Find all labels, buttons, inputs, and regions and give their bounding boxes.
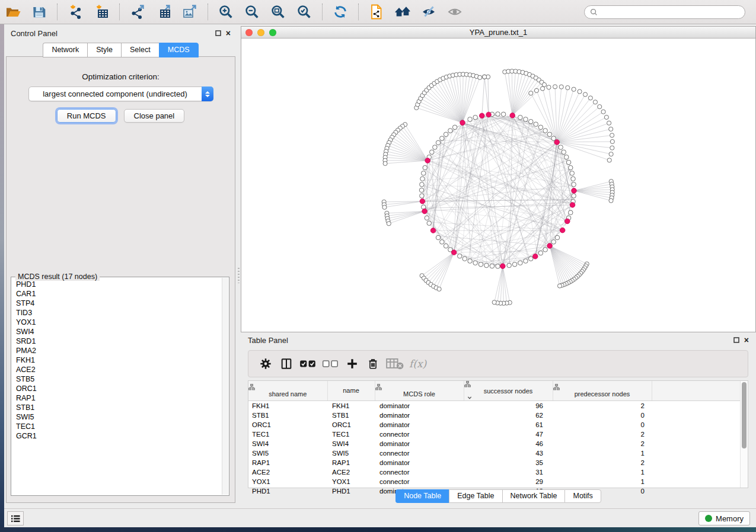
export-network-icon[interactable]	[129, 4, 146, 20]
search-box[interactable]	[584, 5, 745, 19]
network-node[interactable]	[468, 259, 473, 264]
table-row[interactable]: TEC1TEC1connector472	[248, 430, 741, 439]
network-node[interactable]	[571, 177, 576, 181]
network-node[interactable]	[610, 139, 614, 143]
network-node[interactable]	[610, 146, 614, 150]
column-header-successor-nodes[interactable]: successor nodes	[464, 381, 553, 401]
table-row[interactable]: SWI5SWI5connector431	[248, 448, 741, 458]
table-scrollbar-thumb[interactable]	[742, 382, 747, 448]
network-node[interactable]	[382, 205, 387, 209]
network-node[interactable]	[568, 165, 573, 170]
close-table-panel-icon[interactable]: ×	[744, 337, 749, 343]
add-column-icon[interactable]	[344, 356, 360, 371]
network-node[interactable]	[479, 262, 483, 267]
search-input[interactable]	[601, 8, 740, 16]
table-row[interactable]: FKH1FKH1dominator962	[248, 401, 741, 411]
mcds-result-item[interactable]: FKH1	[12, 355, 222, 365]
tab-node-table[interactable]: Node Table	[395, 489, 449, 503]
mcds-node[interactable]	[430, 228, 436, 233]
mcds-node[interactable]	[500, 264, 506, 269]
tab-mcds[interactable]: MCDS	[159, 43, 199, 57]
network-node[interactable]	[419, 188, 424, 193]
new-network-from-selection-icon[interactable]	[368, 4, 385, 20]
table-row[interactable]: YOX1YOX1connector291	[248, 477, 741, 486]
network-node[interactable]	[598, 105, 602, 109]
mcds-node[interactable]	[560, 227, 565, 233]
window-close-button[interactable]	[245, 29, 253, 36]
mcds-result-item[interactable]: SWI5	[12, 412, 222, 422]
mcds-result-list[interactable]: PHD1CAR1STP4TID3YOX1SWI4SRD1PMA2FKH1ACE2…	[12, 280, 222, 495]
network-node[interactable]	[609, 198, 613, 203]
network-node[interactable]	[484, 263, 489, 268]
network-node[interactable]	[420, 182, 425, 187]
table-row[interactable]: STB1STB1dominator620	[248, 411, 741, 420]
network-node[interactable]	[478, 75, 482, 79]
tab-edge-table[interactable]: Edge Table	[449, 489, 502, 503]
network-node[interactable]	[420, 177, 425, 181]
network-node[interactable]	[436, 235, 441, 240]
network-node[interactable]	[572, 182, 576, 187]
mcds-result-item[interactable]: STB1	[12, 403, 222, 412]
mcds-result-item[interactable]: CAR1	[12, 289, 222, 299]
network-node[interactable]	[492, 300, 496, 305]
network-node[interactable]	[604, 115, 608, 119]
mcds-node[interactable]	[422, 209, 428, 214]
mcds-result-item[interactable]: STB5	[12, 374, 222, 384]
mcds-result-item[interactable]: PHD1	[12, 280, 222, 289]
network-node[interactable]	[421, 171, 426, 176]
network-node[interactable]	[547, 132, 552, 137]
network-node[interactable]	[559, 145, 563, 150]
network-node[interactable]	[462, 257, 467, 261]
network-node[interactable]	[543, 129, 548, 133]
float-panel-icon[interactable]	[215, 30, 222, 37]
mcds-result-item[interactable]: SWI4	[12, 327, 222, 336]
tab-select[interactable]: Select	[121, 43, 159, 57]
network-node[interactable]	[483, 75, 487, 79]
mcds-result-item[interactable]: STP4	[12, 299, 222, 308]
table-row[interactable]: ACE2ACE2connector311	[248, 467, 741, 477]
network-canvas[interactable]	[241, 39, 755, 332]
import-table-icon[interactable]	[92, 4, 110, 20]
network-node[interactable]	[555, 235, 560, 240]
network-node[interactable]	[543, 248, 548, 252]
network-graph[interactable]	[241, 39, 755, 332]
network-node[interactable]	[572, 194, 576, 198]
network-node[interactable]	[440, 136, 445, 141]
network-node[interactable]	[607, 158, 611, 162]
network-node[interactable]	[444, 132, 448, 137]
close-panel-icon[interactable]: ×	[226, 30, 231, 36]
mcds-node[interactable]	[460, 120, 465, 126]
network-node[interactable]	[538, 251, 543, 255]
import-network-icon[interactable]	[66, 4, 84, 20]
tab-network-table[interactable]: Network Table	[502, 489, 565, 503]
zoom-fit-icon[interactable]	[269, 4, 287, 20]
network-node[interactable]	[496, 264, 500, 269]
network-node[interactable]	[529, 91, 533, 95]
run-mcds-button[interactable]: Run MCDS	[57, 109, 116, 123]
network-node[interactable]	[496, 112, 500, 117]
network-node[interactable]	[423, 165, 428, 170]
mcds-node[interactable]	[451, 250, 457, 255]
mcds-result-item[interactable]: TID3	[12, 308, 222, 318]
network-node[interactable]	[433, 145, 438, 150]
network-node[interactable]	[540, 86, 544, 91]
deselect-all-rows-icon[interactable]	[322, 356, 339, 371]
mcds-result-item[interactable]: SRD1	[12, 336, 222, 346]
mcds-result-scrollbar[interactable]	[222, 278, 228, 495]
window-zoom-button[interactable]	[269, 29, 276, 36]
column-header-MCDS-role[interactable]: MCDS role	[375, 381, 464, 401]
network-node[interactable]	[429, 150, 434, 155]
tab-style[interactable]: Style	[87, 43, 121, 57]
network-node[interactable]	[420, 194, 425, 198]
mcds-node[interactable]	[532, 254, 538, 259]
mcds-result-item[interactable]: RAP1	[12, 393, 222, 403]
tab-motifs[interactable]: Motifs	[564, 489, 601, 503]
network-node[interactable]	[551, 136, 556, 141]
network-node[interactable]	[501, 112, 506, 117]
network-node[interactable]	[528, 119, 533, 124]
network-node[interactable]	[601, 110, 605, 114]
network-node[interactable]	[566, 85, 570, 89]
network-node[interactable]	[512, 262, 517, 267]
zoom-out-icon[interactable]	[243, 4, 261, 20]
mcds-node[interactable]	[565, 219, 570, 224]
